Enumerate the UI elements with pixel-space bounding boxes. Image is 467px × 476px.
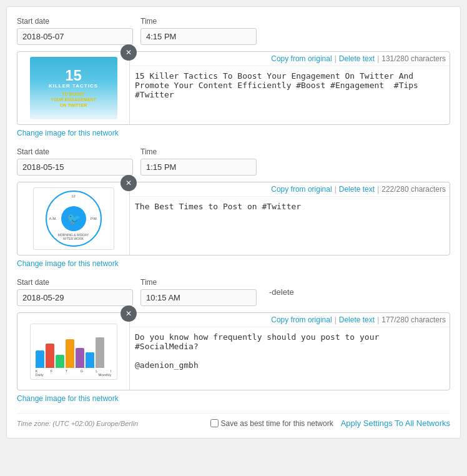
time-group-3: Time	[140, 278, 257, 306]
time-label-2: Time	[140, 147, 257, 156]
char-count-1: 131/280 characters	[381, 54, 446, 63]
text-side-2: Copy from original | Delete text | 222/2…	[130, 182, 450, 255]
save-best-time-text: Save as best time for this network	[221, 419, 333, 428]
time-input-3[interactable]	[140, 289, 257, 306]
clock-circle: 12 A.M. P.M. 🐦 MORNING & MIDDAYAFTER WOR…	[46, 191, 102, 247]
time-group-2: Time	[140, 147, 257, 176]
date-time-row-3: Start date Time -delete	[17, 278, 450, 306]
text-actions-2: Copy from original | Delete text | 222/2…	[130, 182, 450, 197]
start-date-group-3: Start date	[17, 278, 133, 306]
delete-icon-3: ✕	[125, 309, 132, 318]
schedule-section-3: Start date Time -delete ✕ KFTGLIDailyMon…	[17, 278, 450, 403]
content-block-2: ✕ 12 A.M. P.M. 🐦 MORNING & MIDDAYAFTER W…	[17, 182, 450, 255]
img1-text1: KILLER TACTICS	[49, 83, 98, 89]
start-date-input-2[interactable]	[17, 159, 133, 176]
date-time-row-2: Start date Time	[17, 147, 450, 176]
time-label-1: Time	[140, 17, 257, 26]
content-block-1: ✕ 15 KILLER TACTICS TO BOOSTYOUR ENGAGEM…	[17, 51, 450, 125]
image-side-3: ✕ KFTGLIDailyMonthly	[17, 313, 130, 390]
change-image-link-1[interactable]: Change image for this network	[17, 129, 450, 137]
schedule-section-1: Start date Time ✕ 15 KILLER TACTICS TO B…	[17, 17, 450, 137]
post-image-3: KFTGLIDailyMonthly	[30, 324, 117, 380]
post-text-1[interactable]: 15 Killer Tactics To Boost Your Engageme…	[130, 66, 450, 124]
image-side-2: ✕ 12 A.M. P.M. 🐦 MORNING & MIDDAYAFTER W…	[17, 182, 130, 255]
delete-icon-2: ✕	[125, 179, 132, 187]
twitter-bird-icon: 🐦	[61, 206, 86, 231]
start-date-input-3[interactable]	[17, 289, 133, 306]
post-text-2[interactable]: The Best Times to Post on #Twitter	[130, 197, 450, 255]
start-date-input-1[interactable]	[17, 28, 133, 45]
change-image-link-2[interactable]: Change image for this network	[17, 259, 450, 268]
post-image-2: 12 A.M. P.M. 🐦 MORNING & MIDDAYAFTER WOR…	[33, 187, 114, 250]
delete-image-btn-2[interactable]: ✕	[120, 175, 137, 191]
copy-original-link-1[interactable]: Copy from original	[271, 54, 332, 63]
time-input-1[interactable]	[140, 28, 257, 45]
save-best-time-checkbox[interactable]	[210, 419, 219, 427]
start-date-group-1: Start date	[17, 17, 133, 45]
post-image-1: 15 KILLER TACTICS TO BOOSTYOUR ENGAGEMEN…	[30, 57, 117, 119]
save-best-time-label[interactable]: Save as best time for this network	[210, 419, 333, 428]
img1-text2: TO BOOSTYOUR ENGAGEMENTON TWITTER	[51, 91, 96, 108]
post-text-3[interactable]: Do you know how frequently should you po…	[130, 327, 450, 390]
time-label-3: Time	[140, 278, 257, 287]
copy-original-link-3[interactable]: Copy from original	[271, 315, 332, 324]
text-actions-3: Copy from original | Delete text | 177/2…	[130, 313, 450, 327]
delete-text-link-1[interactable]: Delete text	[339, 54, 375, 63]
copy-original-link-2[interactable]: Copy from original	[271, 185, 332, 194]
delete-text-link-3[interactable]: Delete text	[339, 315, 375, 324]
text-actions-1: Copy from original | Delete text | 131/2…	[130, 52, 450, 66]
content-block-3: ✕ KFTGLIDailyMonthly Copy from original …	[17, 312, 450, 390]
delete-row-link-3[interactable]: -delete	[269, 287, 294, 297]
start-date-label-2: Start date	[17, 147, 133, 156]
time-input-2[interactable]	[140, 159, 257, 176]
text-side-1: Copy from original | Delete text | 131/2…	[130, 52, 450, 124]
time-group-1: Time	[140, 17, 257, 45]
start-date-label-1: Start date	[17, 17, 133, 26]
date-time-row-1: Start date Time	[17, 17, 450, 45]
delete-icon-1: ✕	[125, 48, 132, 57]
char-count-3: 177/280 characters	[381, 315, 446, 324]
delete-image-btn-3[interactable]: ✕	[120, 305, 137, 322]
apply-settings-button[interactable]: Apply Settings To All Networks	[341, 419, 450, 428]
change-image-link-3[interactable]: Change image for this network	[17, 394, 450, 403]
img1-number: 15	[65, 68, 82, 83]
main-container: Start date Time ✕ 15 KILLER TACTICS TO B…	[6, 6, 461, 439]
char-count-2: 222/280 characters	[381, 185, 446, 194]
delete-image-btn-1[interactable]: ✕	[120, 44, 137, 61]
footer-actions: Save as best time for this network Apply…	[210, 419, 450, 428]
image-side-1: ✕ 15 KILLER TACTICS TO BOOSTYOUR ENGAGEM…	[17, 52, 130, 124]
text-side-3: Copy from original | Delete text | 177/2…	[130, 313, 450, 390]
schedule-section-2: Start date Time ✕ 12 A.M. P.M.	[17, 147, 450, 268]
start-date-group-2: Start date	[17, 147, 133, 176]
delete-text-link-2[interactable]: Delete text	[339, 185, 375, 194]
footer-row: Time zone: (UTC +02:00) Europe/Berlin Sa…	[17, 413, 450, 428]
start-date-label-3: Start date	[17, 278, 133, 287]
timezone-label: Time zone: (UTC +02:00) Europe/Berlin	[17, 420, 138, 427]
